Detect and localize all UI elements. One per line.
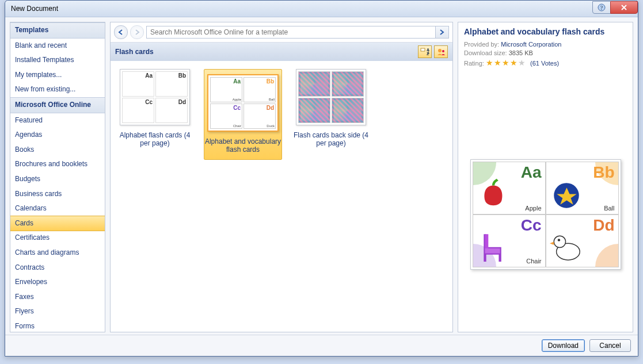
sort-button[interactable]: A Z [418,45,432,58]
template-item[interactable]: AaApple BbBall CcChair DdDuck Alphabet a… [204,69,282,160]
sidebar-item-installed[interactable]: Installed Templates [10,53,105,68]
sidebar-item-blank[interactable]: Blank and recent [10,39,105,53]
template-item[interactable]: Aa Bb Cc Dd Alphabet flash cards (4 per … [116,69,193,147]
new-document-dialog: New Document ? Templates Blank and recen… [5,0,638,357]
sidebar-header-online: Microsoft Office Online [10,97,105,113]
svg-rect-9 [485,248,500,254]
template-thumbnail: AaApple BbBall CcChair DdDuck [207,74,279,132]
provider-link[interactable]: Microsoft Corporation [501,41,561,48]
template-thumbnail [296,69,366,125]
help-button[interactable]: ? [592,1,611,14]
arrow-left-icon [117,29,124,36]
sidebar-header-templates: Templates [10,22,105,39]
template-gallery-panel: Flash cards A Z [110,22,453,332]
sidebar-item-new-from-existing[interactable]: New from existing... [10,82,105,97]
nav-forward-button[interactable] [130,25,144,39]
search-go-button[interactable] [435,26,448,38]
arrow-right-icon [134,29,140,36]
template-categories-sidebar: Templates Blank and recent Installed Tem… [10,22,105,332]
person-icon [436,48,446,56]
search-box[interactable] [146,26,449,39]
svg-point-11 [554,236,565,247]
section-title: Flash cards [115,48,154,56]
svg-rect-2 [421,48,425,51]
sidebar-item-forms[interactable]: Forms [10,319,105,332]
template-thumbnail: Aa Bb Cc Dd [120,69,190,125]
sidebar-item-brochures[interactable]: Brochures and booklets [10,157,105,172]
svg-point-6 [442,50,444,52]
customer-submitted-button[interactable] [434,45,448,58]
svg-point-12 [557,239,560,241]
svg-point-5 [438,49,442,52]
duck-icon [550,230,583,263]
sidebar-item-charts[interactable]: Charts and diagrams [10,246,105,260]
template-details-panel: Alphabet and vocabulary flash cards Prov… [458,22,633,332]
sidebar-item-my-templates[interactable]: My templates... [10,68,105,83]
window-title: New Document [11,5,593,13]
dialog-footer: Download Cancel [5,335,638,356]
sidebar-item-contracts[interactable]: Contracts [10,260,105,275]
details-size: Download size: 3835 KB [464,49,627,56]
sidebar-item-agendas[interactable]: Agendas [10,128,105,143]
chair-icon [477,230,510,263]
sidebar-item-featured[interactable]: Featured [10,113,105,128]
sort-icon: A Z [420,48,429,56]
rating-stars: ★★★★★ [486,58,526,67]
sidebar-item-faxes[interactable]: Faxes [10,290,105,305]
sidebar-item-flyers[interactable]: Flyers [10,304,105,319]
template-label: Alphabet and vocabulary flash cards [204,137,281,154]
details-title: Alphabet and vocabulary flash cards [464,27,627,36]
apple-icon [477,177,510,210]
sidebar-item-cards[interactable]: Cards [10,216,105,232]
ball-icon [550,177,583,210]
close-button[interactable] [610,1,638,14]
details-rating: Rating: ★★★★★ (61 Votes) [464,58,627,67]
nav-back-button[interactable] [114,25,128,39]
template-preview: AaApple BbBall CcChair DdDuck [470,159,621,270]
template-label: Flash cards back side (4 per page) [292,131,370,147]
template-item[interactable]: Flash cards back side (4 per page) [292,69,370,147]
section-header: Flash cards A Z [111,43,452,61]
sidebar-item-books[interactable]: Books [10,143,105,158]
sidebar-item-calendars[interactable]: Calendars [10,201,105,216]
arrow-right-icon [439,29,446,36]
title-bar: New Document ? [5,1,638,17]
download-button[interactable]: Download [542,339,585,352]
sidebar-item-business-cards[interactable]: Business cards [10,187,105,202]
svg-rect-8 [485,234,488,248]
details-provider: Provided by: Microsoft Corporation [464,41,627,48]
sidebar-item-certificates[interactable]: Certificates [10,231,105,246]
search-input[interactable] [147,28,435,36]
cancel-button[interactable]: Cancel [589,339,631,352]
svg-text:?: ? [600,5,603,11]
template-label: Alphabet flash cards (4 per page) [116,131,193,147]
sidebar-item-budgets[interactable]: Budgets [10,172,105,187]
sidebar-item-envelopes[interactable]: Envelopes [10,275,105,290]
